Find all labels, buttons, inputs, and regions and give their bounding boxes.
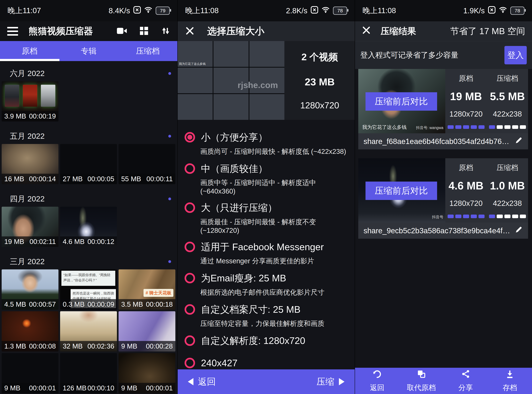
dialog-footer: 返回 压缩 (178, 369, 355, 394)
app-title: 熊猫视频压缩器 (29, 25, 117, 37)
radio-icon[interactable] (185, 132, 195, 142)
video-tile[interactable]: 126 MB00:00:10 (60, 353, 117, 393)
summary-count: 2 个视频 (302, 51, 338, 63)
share-button[interactable]: 分享 (443, 368, 488, 394)
radio-icon[interactable] (185, 273, 195, 283)
replace-original-button[interactable]: 取代原档 (399, 368, 444, 394)
radio-icon[interactable] (185, 358, 195, 368)
results-title: 压缩结果 (381, 25, 416, 37)
section-dot-icon (168, 197, 171, 200)
section-april: 四月 2022 19 MB00:02:11 4.6 MB00:00:12 (0, 194, 177, 247)
section-title: 六月 2022 (10, 68, 45, 79)
compress-button[interactable]: 压缩 (317, 376, 344, 388)
section-dot-icon (168, 72, 171, 75)
option-medium[interactable]: 中（画质较佳） 画质中等 - 压缩时间适中 - 解析度适中 (~640x360) (178, 160, 355, 198)
video-tile[interactable]: “如果——我跟你求婚。”周挽轻声说，“你会开心吗？” 然而也是这一瞬间，陆西骁仿… (60, 270, 117, 310)
video-tile[interactable]: # 骑士天花板 3.5 MB00:00:18 (119, 270, 175, 310)
back-button[interactable]: 返回 (188, 376, 216, 388)
status-time: 晚上11:08 (363, 5, 396, 16)
radio-icon[interactable] (185, 242, 195, 252)
video-tile[interactable]: 9 MB00:00:01 (2, 353, 58, 393)
section-may: 五月 2022 16 MB00:00:14 27 MB00:00:05 55 M… (0, 131, 177, 184)
results-header: 压缩结果 节省了 17 MB 空间 (355, 21, 532, 41)
empty-grid-cell (178, 94, 213, 120)
compression-stats: 原档 19 MB 1280x720 压缩档 5.5 MB 422x238 (445, 69, 528, 133)
close-icon[interactable] (185, 26, 194, 36)
net-speed: 8.4K/s (109, 6, 130, 15)
video-tile[interactable]: 32 MB00:02:36 (60, 311, 117, 352)
wifi-icon (499, 6, 507, 15)
video-tile[interactable]: 9 MB00:00:28 (119, 311, 175, 352)
status-time: 晚上11:07 (8, 5, 41, 16)
archive-button[interactable]: 存档 (488, 368, 532, 394)
video-tile[interactable]: 4.6 MB00:00:12 (60, 207, 117, 247)
compressed-size-bar (489, 215, 526, 218)
compressed-column: 压缩档 5.5 MB 422x238 (487, 69, 528, 133)
replace-icon (417, 369, 426, 380)
compare-button[interactable]: 压缩前后对比 (365, 181, 437, 200)
battery-icon: 78 (333, 7, 347, 15)
close-icon[interactable] (362, 26, 371, 36)
radio-icon[interactable] (185, 202, 195, 213)
selected-video-thumb[interactable] (214, 41, 248, 67)
original-column: 原档 4.6 MB 1280x720 (445, 158, 487, 223)
option-email[interactable]: 为Email瘦身: 25 MB 根据所选的电子邮件供应商优化影片尺寸 (178, 269, 355, 300)
game-cover-art (41, 85, 55, 107)
video-tile[interactable]: 16 MB00:00:14 (2, 144, 58, 184)
radio-icon[interactable] (185, 304, 195, 315)
tab-compressed[interactable]: 压缩档 (118, 41, 177, 61)
video-tile[interactable]: 4.5 MB00:00:57 (2, 270, 58, 310)
result-card: 压缩前后对比 我为它花了这么多钱 抖音号: wangwa 原档 19 MB 12… (358, 69, 528, 149)
video-tile[interactable]: 19 MB00:02:11 (2, 207, 58, 247)
status-time: 晚上11:08 (185, 5, 219, 16)
video-tile[interactable]: 1.3 MB00:00:08 (2, 311, 58, 352)
section-title: 三月 2022 (10, 256, 45, 267)
game-cover-art (5, 85, 19, 107)
option-custom-size[interactable]: 自定义档案尺寸: 25 MB 压缩至特定容量，力保最佳解析度和画质 (178, 301, 355, 331)
original-size-bar (448, 215, 485, 218)
hashtag-badge: # 骑士天花板 (144, 289, 173, 297)
section-dot-icon (168, 135, 171, 138)
filename-row: share_f68ae1eae6b46fcab0354af2d4b767fc.m… (358, 133, 528, 149)
login-button[interactable]: 登入 (504, 46, 527, 64)
back-button[interactable]: 返回 (355, 368, 399, 394)
status-bar: 晚上11:08 1.9K/s 78 (355, 0, 532, 21)
camcorder-icon[interactable] (117, 27, 127, 36)
status-bar: 晚上11:08 2.8K/s 78 (178, 0, 355, 21)
compare-button[interactable]: 压缩前后对比 (365, 92, 437, 111)
section-june: 六月 2022 3.9 MB00:00:19 (0, 68, 177, 121)
compressed-size-bar (489, 125, 526, 129)
radio-icon[interactable] (185, 335, 195, 346)
summary-size: 23 MB (305, 76, 335, 88)
edit-pencil-icon[interactable] (514, 136, 523, 147)
option-messenger[interactable]: 适用于 Facebook Messenger 通过 Messenger 分享画质… (178, 238, 355, 269)
tab-originals[interactable]: 原档 (0, 41, 59, 61)
edit-pencil-icon[interactable] (514, 226, 523, 236)
battery-icon: 79 (156, 7, 170, 15)
archive-icon (505, 369, 514, 380)
login-banner: 登入程式可记录省了多少容量 登入 (355, 41, 532, 69)
video-tile[interactable]: 55 MB00:00:11 (119, 144, 175, 184)
status-bar: 晚上11:07 8.4K/s 79 (0, 0, 177, 21)
option-custom-resolution[interactable]: 自定义解析度: 1280x720 (178, 332, 355, 353)
filename: share_f68ae1eae6b46fcab0354af2d4b767fc.m… (364, 137, 511, 146)
radio-icon[interactable] (185, 163, 195, 174)
section-dot-icon (168, 260, 171, 263)
video-tile[interactable]: 9 MB00:00:01 (119, 353, 175, 393)
dialog-header: 选择压缩大小 (178, 21, 355, 41)
option-small[interactable]: 小（方便分享） 画质尚可 - 压缩时间最快 - 解析度低 (~422x238) (178, 128, 355, 159)
video-tile[interactable]: 3.9 MB00:00:19 (2, 81, 58, 121)
screen-choose-size: 晚上11:08 2.8K/s 78 选择压缩大小 我为它花了这么多钱 rjshe… (177, 0, 355, 394)
option-large[interactable]: 大（只进行压缩） 画质最佳 - 压缩时间最慢 - 解析度不变 (~1280x72… (178, 199, 355, 237)
empty-grid-cell (178, 68, 213, 93)
grid-view-icon[interactable] (140, 26, 148, 36)
wifi-icon (144, 6, 152, 15)
tab-albums[interactable]: 专辑 (59, 41, 118, 61)
selected-video-thumb[interactable]: 我为它花了这么多钱 (178, 41, 213, 67)
sort-icon[interactable] (161, 26, 170, 36)
compressed-column: 压缩档 1.0 MB 422x238 (487, 158, 528, 223)
video-tile[interactable]: 27 MB00:00:05 (60, 144, 117, 184)
menu-icon[interactable] (7, 27, 18, 36)
net-speed: 2.8K/s (286, 6, 307, 15)
network-x-icon (488, 6, 495, 16)
